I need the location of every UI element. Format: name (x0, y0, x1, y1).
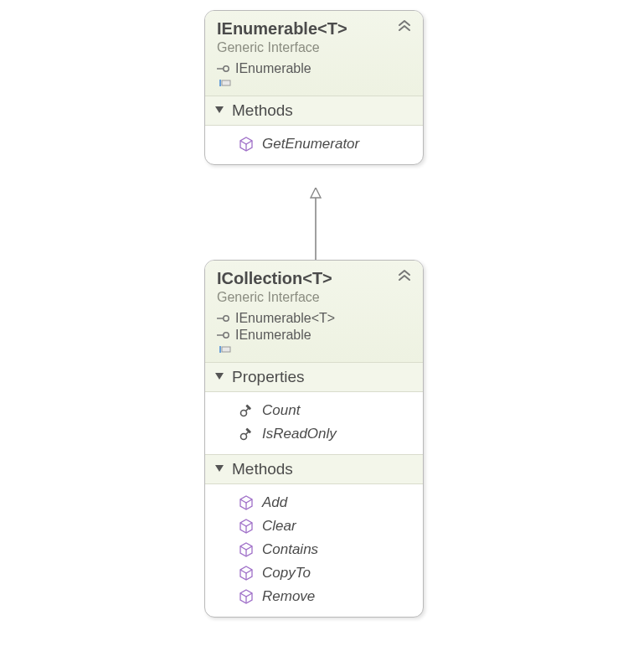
lollipop-icon (217, 64, 230, 74)
expand-toggle-icon (215, 373, 224, 381)
member-row: Remove (214, 585, 414, 608)
class-subtitle: Generic Interface (217, 290, 411, 305)
svg-rect-3 (222, 80, 230, 85)
svg-marker-15 (215, 373, 224, 380)
method-icon (239, 137, 254, 152)
svg-point-16 (241, 411, 247, 416)
base-label: IEnumerable (235, 328, 311, 343)
base-item (217, 77, 411, 89)
member-label: Add (262, 494, 287, 511)
svg-rect-20 (245, 427, 251, 433)
member-label: CopyTo (262, 565, 311, 582)
svg-point-10 (224, 316, 229, 321)
member-row: Add (214, 491, 414, 514)
svg-point-12 (224, 333, 229, 338)
member-label: Contains (262, 541, 318, 558)
section-header-methods[interactable]: Methods (205, 454, 423, 484)
base-item: IEnumerable (217, 60, 411, 77)
base-item: IEnumerable<T> (217, 310, 411, 327)
section-body-methods: GetEnumerator (205, 126, 423, 164)
chevron-double-up-icon (396, 269, 413, 282)
expand-toggle-icon (215, 106, 224, 115)
member-row: Contains (214, 538, 414, 561)
base-label: IEnumerable<T> (235, 311, 335, 326)
svg-rect-17 (245, 404, 251, 410)
property-icon (239, 403, 254, 418)
base-list: IEnumerable<T> IEnumerable (217, 310, 411, 355)
lollipop-icon (217, 330, 230, 340)
svg-point-19 (241, 434, 247, 440)
section-label: Properties (232, 368, 305, 386)
section-label: Methods (232, 101, 293, 120)
method-icon (239, 495, 254, 510)
member-row: Clear (214, 514, 414, 538)
member-row: Count (214, 399, 414, 422)
chevron-double-up-icon (396, 19, 413, 33)
member-label: GetEnumerator (262, 136, 359, 152)
collapse-button[interactable] (396, 269, 413, 282)
collapse-button[interactable] (396, 19, 413, 33)
svg-marker-22 (215, 465, 224, 472)
class-box-icollection: ICollection<T> Generic Interface IEnumer… (204, 260, 424, 618)
member-label: Remove (262, 588, 315, 605)
svg-line-18 (246, 408, 250, 411)
svg-rect-14 (222, 347, 230, 352)
base-list: IEnumerable (217, 60, 411, 89)
method-icon (239, 566, 254, 581)
svg-line-21 (246, 432, 250, 435)
svg-marker-4 (215, 106, 224, 113)
lollipop-icon (217, 313, 230, 323)
section-header-properties[interactable]: Properties (205, 362, 423, 392)
section-label: Methods (232, 460, 293, 478)
svg-marker-7 (311, 188, 321, 198)
svg-point-1 (224, 66, 229, 71)
member-label: Clear (262, 518, 296, 535)
box-header: IEnumerable<T> Generic Interface IEnumer… (205, 11, 423, 96)
method-icon (239, 589, 254, 604)
class-title: IEnumerable<T> (217, 19, 411, 39)
class-box-ienumerable: IEnumerable<T> Generic Interface IEnumer… (204, 10, 424, 165)
interface-bar-icon (217, 78, 232, 88)
member-label: Count (262, 402, 300, 419)
section-header-methods[interactable]: Methods (205, 96, 423, 126)
base-label: IEnumerable (235, 61, 311, 76)
base-item: IEnumerable (217, 327, 411, 344)
expand-toggle-icon (215, 465, 224, 473)
method-icon (239, 542, 254, 557)
method-icon (239, 519, 254, 534)
member-row: GetEnumerator (214, 132, 414, 156)
class-subtitle: Generic Interface (217, 40, 411, 55)
member-row: IsReadOnly (214, 422, 414, 446)
box-header: ICollection<T> Generic Interface IEnumer… (205, 261, 423, 362)
class-title: ICollection<T> (217, 269, 411, 288)
member-row: CopyTo (214, 561, 414, 585)
base-item (217, 344, 411, 355)
section-body-methods: Add Clear Contains CopyTo Remove (205, 484, 423, 617)
property-icon (239, 426, 254, 442)
inheritance-connector (310, 188, 322, 260)
member-label: IsReadOnly (262, 426, 337, 442)
section-body-properties: Count IsReadOnly (205, 392, 423, 454)
interface-bar-icon (217, 344, 232, 354)
